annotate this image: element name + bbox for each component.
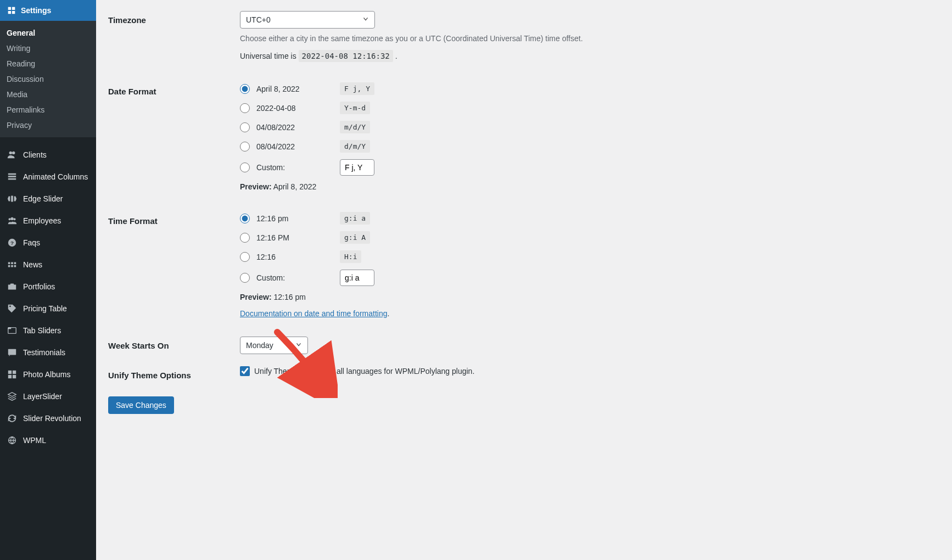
universal-time-prefix: Universal time is [240, 52, 299, 60]
date-format-radio-2[interactable] [240, 122, 250, 132]
settings-icon [7, 5, 16, 15]
week-start-select[interactable]: Monday [240, 337, 308, 354]
sidebar-item-edge-slider[interactable]: Edge Slider [0, 188, 96, 210]
sidebar-item-label: Employees [23, 216, 61, 225]
sidebar-item-animated-columns[interactable]: Animated Columns [0, 166, 96, 188]
time-format-radio-0[interactable] [240, 214, 250, 223]
sidebar-sub-privacy[interactable]: Privacy [0, 117, 96, 133]
svg-text:?: ? [10, 240, 14, 246]
svg-rect-20 [13, 371, 16, 374]
sidebar-item-employees[interactable]: Employees [0, 210, 96, 232]
sidebar-settings-header[interactable]: Settings [0, 0, 96, 21]
svg-rect-22 [13, 375, 16, 378]
pricing-icon [7, 303, 18, 314]
news-icon [7, 259, 18, 270]
svg-rect-3 [8, 176, 16, 177]
time-format-code: g:i a [340, 212, 370, 225]
wpml-icon [7, 435, 18, 446]
date-format-label: Date Format [108, 82, 240, 193]
sidebar-item-photo-albums[interactable]: Photo Albums [0, 363, 96, 385]
svg-point-1 [12, 152, 15, 154]
columns-icon [7, 171, 18, 182]
albums-icon [7, 369, 18, 380]
sidebar-item-testimonials[interactable]: Testimonials [0, 341, 96, 363]
svg-rect-2 [8, 173, 16, 175]
sidebar-item-layerslider[interactable]: LayerSlider [0, 385, 96, 407]
date-format-code: Y-m-d [340, 102, 370, 114]
date-format-display: 08/04/2022 [256, 142, 333, 151]
svg-rect-4 [8, 178, 16, 180]
sidebar-item-clients[interactable]: Clients [0, 144, 96, 166]
time-format-radio-2[interactable] [240, 252, 250, 262]
time-preview-value: 12:16 pm [273, 293, 305, 301]
unify-options-label: Unify Theme Options [108, 366, 240, 380]
svg-rect-14 [14, 262, 16, 265]
sidebar-item-label: LayerSlider [23, 392, 62, 401]
time-format-display: 12:16 pm [256, 214, 333, 223]
sidebar-sub-media[interactable]: Media [0, 87, 96, 102]
sidebar-item-label: Portfolios [23, 282, 55, 291]
date-format-radio-3[interactable] [240, 142, 250, 152]
date-format-custom-label: Custom: [256, 163, 333, 172]
svg-point-0 [9, 152, 12, 154]
sidebar-item-pricing-table[interactable]: Pricing Table [0, 298, 96, 320]
svg-rect-15 [14, 265, 16, 267]
date-format-custom-input[interactable] [340, 159, 374, 176]
date-format-radio-custom[interactable] [240, 163, 250, 172]
timezone-label: Timezone [108, 11, 240, 60]
time-format-custom-input[interactable] [340, 270, 374, 286]
svg-rect-19 [8, 371, 12, 374]
clients-icon [7, 149, 18, 160]
date-preview-label: Preview: [240, 182, 272, 191]
date-format-radio-0[interactable] [240, 84, 250, 94]
sidebar-item-label: WPML [23, 436, 46, 445]
sidebar-sub-permalinks[interactable]: Permalinks [0, 102, 96, 117]
sidebar-item-wpml[interactable]: WPML [0, 429, 96, 451]
portfolio-icon [7, 281, 18, 292]
sidebar-item-news[interactable]: News [0, 254, 96, 276]
date-format-code: F j, Y [340, 82, 374, 95]
svg-point-5 [10, 217, 13, 220]
sidebar-item-label: Slider Revolution [23, 414, 81, 423]
unify-options-checkbox[interactable] [240, 366, 250, 376]
time-format-code: g:i A [340, 231, 370, 244]
sidebar-item-label: Pricing Table [23, 304, 67, 313]
time-format-display: 12:16 [256, 253, 333, 261]
sidebar-item-slider-revolution[interactable]: Slider Revolution [0, 407, 96, 429]
week-start-value: Monday [240, 337, 308, 354]
date-time-doc-link[interactable]: Documentation on date and time formattin… [240, 309, 388, 318]
sidebar-sub-reading[interactable]: Reading [0, 56, 96, 71]
time-format-radio-custom[interactable] [240, 273, 250, 283]
svg-rect-18 [8, 349, 16, 355]
testimonials-icon [7, 347, 18, 358]
sidebar-item-tab-sliders[interactable]: Tab Sliders [0, 320, 96, 341]
date-format-radio-1[interactable] [240, 103, 250, 113]
sidebar-item-portfolios[interactable]: Portfolios [0, 276, 96, 298]
week-start-label: Week Starts On [108, 337, 240, 354]
sidebar-item-label: Clients [23, 150, 47, 159]
sidebar-sub-discussion[interactable]: Discussion [0, 71, 96, 87]
admin-sidebar: Settings General Writing Reading Discuss… [0, 0, 96, 560]
date-format-display: 04/08/2022 [256, 123, 333, 132]
unify-options-text: Unify Theme Options in all languages for… [254, 367, 474, 376]
save-changes-button[interactable]: Save Changes [108, 396, 174, 414]
time-format-label: Time Format [108, 212, 240, 318]
sidebar-sub-writing[interactable]: Writing [0, 41, 96, 56]
date-format-code: d/m/Y [340, 140, 370, 153]
universal-time-code: 2022-04-08 12:16:32 [299, 50, 393, 62]
sidebar-item-faqs[interactable]: ? Faqs [0, 232, 96, 254]
sidebar-sub-general[interactable]: General [0, 25, 96, 41]
revolve-icon [7, 413, 18, 424]
svg-point-6 [9, 218, 11, 220]
timezone-select[interactable]: UTC+0 [240, 11, 375, 29]
svg-rect-17 [8, 328, 11, 329]
time-preview-label: Preview: [240, 293, 272, 301]
svg-rect-12 [11, 262, 13, 265]
sidebar-item-label: News [23, 260, 42, 269]
unify-options-checkbox-row[interactable]: Unify Theme Options in all languages for… [240, 366, 940, 376]
time-format-radio-1[interactable] [240, 233, 250, 243]
timezone-desc: Choose either a city in the same timezon… [240, 34, 940, 43]
faq-icon: ? [7, 237, 18, 248]
sidebar-item-label: Faqs [23, 238, 40, 247]
svg-rect-13 [11, 265, 13, 267]
